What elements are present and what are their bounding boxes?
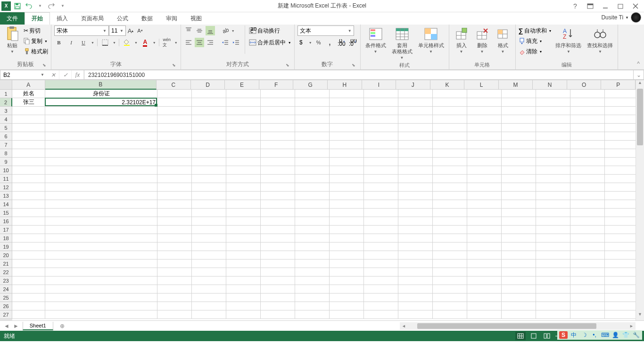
account-area[interactable]: Dusite Ti ▼: [601, 12, 641, 23]
cell[interactable]: [605, 310, 636, 319]
punct-icon[interactable]: •,: [590, 331, 599, 339]
cell[interactable]: [12, 268, 45, 277]
cell[interactable]: [330, 141, 364, 149]
wrench-icon[interactable]: 🔧: [632, 331, 640, 339]
cell[interactable]: [157, 115, 192, 124]
cell[interactable]: [192, 132, 226, 141]
cell[interactable]: [433, 141, 467, 149]
cell[interactable]: [536, 209, 570, 217]
cell[interactable]: [157, 285, 192, 293]
cell[interactable]: [433, 285, 467, 293]
cell[interactable]: [502, 209, 536, 217]
cell[interactable]: [502, 243, 536, 251]
column-header-L[interactable]: L: [464, 80, 499, 90]
cell[interactable]: [192, 260, 226, 268]
cell[interactable]: [295, 124, 330, 132]
cell[interactable]: [364, 209, 398, 217]
cell[interactable]: [502, 192, 536, 200]
cell[interactable]: [536, 175, 570, 183]
cell[interactable]: [502, 175, 536, 183]
column-header-F[interactable]: F: [259, 80, 294, 90]
font-size-select[interactable]: 11▼: [109, 25, 126, 36]
cell[interactable]: [605, 192, 636, 200]
cell[interactable]: [398, 183, 433, 192]
cell[interactable]: [330, 200, 364, 209]
cell[interactable]: [364, 107, 398, 115]
decrease-decimal-icon[interactable]: .00.0: [348, 38, 357, 47]
help-icon[interactable]: ?: [570, 1, 581, 11]
cell[interactable]: [433, 243, 467, 251]
shirt-icon[interactable]: 👕: [621, 331, 630, 339]
cell[interactable]: [502, 115, 536, 124]
cell[interactable]: [467, 192, 502, 200]
cell[interactable]: [605, 175, 636, 183]
cell[interactable]: [45, 124, 157, 132]
cell[interactable]: [261, 243, 295, 251]
cell[interactable]: [364, 200, 398, 209]
cell[interactable]: [261, 293, 295, 302]
align-bottom-icon[interactable]: [206, 26, 215, 35]
cell[interactable]: [157, 175, 192, 183]
row-header-4[interactable]: 4: [0, 115, 12, 124]
cell[interactable]: [157, 293, 192, 302]
cell[interactable]: [467, 124, 502, 132]
cell[interactable]: [364, 183, 398, 192]
cell[interactable]: [570, 217, 605, 226]
cell[interactable]: [226, 217, 261, 226]
cell[interactable]: [226, 277, 261, 285]
cell[interactable]: [12, 166, 45, 175]
cell[interactable]: [330, 310, 364, 319]
cell[interactable]: [295, 183, 330, 192]
cell[interactable]: [433, 132, 467, 141]
cell[interactable]: [12, 158, 45, 166]
cell[interactable]: [192, 192, 226, 200]
cell[interactable]: [226, 285, 261, 293]
cell[interactable]: [226, 260, 261, 268]
tab-formulas[interactable]: 公式: [110, 12, 135, 25]
cell[interactable]: [536, 115, 570, 124]
cell[interactable]: [12, 192, 45, 200]
cell[interactable]: [45, 243, 157, 251]
cell[interactable]: [330, 158, 364, 166]
cell[interactable]: [226, 175, 261, 183]
column-header-J[interactable]: J: [396, 80, 430, 90]
vertical-scrollbar[interactable]: ▲ ▼: [636, 80, 644, 320]
cell[interactable]: [330, 149, 364, 158]
cell[interactable]: [261, 310, 295, 319]
cell[interactable]: [570, 226, 605, 234]
horizontal-scrollbar[interactable]: ◄ ►: [400, 322, 636, 330]
cell[interactable]: [502, 293, 536, 302]
cell[interactable]: [398, 115, 433, 124]
cell[interactable]: [157, 158, 192, 166]
cell[interactable]: [12, 209, 45, 217]
cell[interactable]: [45, 302, 157, 310]
cell[interactable]: [295, 132, 330, 141]
fill-color-button[interactable]: [122, 38, 132, 47]
cell[interactable]: [570, 277, 605, 285]
cell[interactable]: [45, 166, 157, 175]
cell[interactable]: [364, 293, 398, 302]
cell[interactable]: [45, 209, 157, 217]
row-header-16[interactable]: 16: [0, 217, 12, 226]
cell[interactable]: [570, 234, 605, 243]
cell[interactable]: [157, 310, 192, 319]
redo-icon[interactable]: [46, 1, 57, 11]
column-header-D[interactable]: D: [191, 80, 225, 90]
tab-view[interactable]: 视图: [184, 12, 208, 25]
cell[interactable]: [467, 268, 502, 277]
cell[interactable]: [157, 234, 192, 243]
cell[interactable]: [536, 226, 570, 234]
italic-button[interactable]: I: [66, 38, 76, 47]
row-header-24[interactable]: 24: [0, 285, 12, 293]
cell[interactable]: [467, 166, 502, 175]
cell[interactable]: [192, 141, 226, 149]
decrease-font-icon[interactable]: A▾: [135, 26, 145, 35]
cell[interactable]: [502, 277, 536, 285]
cell[interactable]: [261, 209, 295, 217]
cell[interactable]: [433, 115, 467, 124]
cell[interactable]: [226, 98, 261, 107]
row-header-23[interactable]: 23: [0, 277, 12, 285]
cell[interactable]: [157, 166, 192, 175]
cell[interactable]: [570, 293, 605, 302]
cell[interactable]: [398, 192, 433, 200]
